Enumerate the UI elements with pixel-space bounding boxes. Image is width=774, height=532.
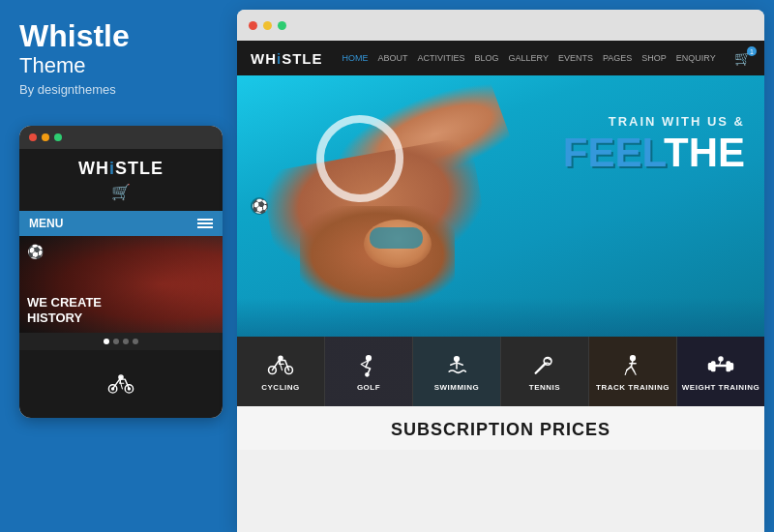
- browser-mockup: WHiSTLE HOME ABOUT ACTIVITIES BLOG GALLE…: [237, 10, 764, 532]
- nav-enquiry[interactable]: ENQUIRY: [676, 53, 716, 63]
- weights-icon: [707, 352, 734, 379]
- nav-shop[interactable]: SHOP: [641, 53, 667, 63]
- svg-point-7: [279, 356, 283, 360]
- cycling-icon: [107, 370, 134, 398]
- mobile-cart-icon: 🛒: [111, 183, 131, 201]
- site-nav: WHiSTLE HOME ABOUT ACTIVITIES BLOG GALLE…: [237, 41, 764, 75]
- soccer-ball-icon: ⚽: [252, 198, 268, 214]
- nav-home[interactable]: HOME: [342, 53, 369, 63]
- cart-badge: 1: [747, 46, 757, 56]
- mobile-cycling-section: [19, 350, 223, 418]
- mobile-preview: WHiSTLE 🛒 MENU ⚽ WE CREATEHISTORY: [19, 126, 223, 418]
- site-hero-indicator[interactable]: ⚽: [251, 197, 268, 215]
- sports-bar: CYCLING GOLF SWIMM: [237, 337, 764, 406]
- hamburger-icon[interactable]: [197, 219, 213, 228]
- nav-activities[interactable]: ACTIVITIES: [418, 53, 465, 63]
- mobile-dot-yellow: [42, 133, 49, 141]
- carousel-dot[interactable]: [133, 339, 138, 344]
- nav-about[interactable]: ABOUT: [378, 53, 408, 63]
- theme-title: Whistle Theme By designthemes: [19, 19, 130, 116]
- sport-golf[interactable]: GOLF: [325, 337, 413, 406]
- weights-label: WEIGHT TRAINING: [682, 383, 759, 392]
- site-logo: WHiSTLE: [251, 50, 323, 67]
- svg-point-9: [366, 372, 369, 375]
- nav-blog[interactable]: BLOG: [475, 53, 499, 63]
- mobile-hero: ⚽ WE CREATEHISTORY: [19, 236, 223, 333]
- sport-cycling[interactable]: CYCLING: [237, 337, 325, 406]
- cycling-icon: [267, 352, 294, 379]
- mobile-top-bar: [19, 126, 223, 149]
- site-hero: ⚽ TRAIN WITH US & FEELTHE: [237, 75, 764, 337]
- mobile-dot-green: [54, 133, 62, 141]
- track-label: TRACK TRAINING: [596, 383, 670, 392]
- mobile-carousel-dots: [19, 333, 223, 350]
- browser-close-dot[interactable]: [249, 21, 257, 30]
- nav-cart[interactable]: 🛒 1: [734, 50, 751, 66]
- nav-gallery[interactable]: GALLERY: [509, 53, 549, 63]
- nav-events[interactable]: EVENTS: [558, 53, 593, 63]
- mobile-header: WHiSTLE 🛒: [19, 149, 223, 211]
- tennis-icon: [531, 352, 558, 379]
- carousel-dot[interactable]: [104, 339, 109, 344]
- browser-minimize-dot[interactable]: [263, 21, 272, 30]
- cycling-label: CYCLING: [261, 383, 300, 392]
- mobile-hero-text: WE CREATEHISTORY: [27, 295, 102, 325]
- golf-label: GOLF: [357, 383, 380, 392]
- sport-weights[interactable]: WEIGHT TRAINING: [677, 337, 764, 406]
- track-icon: [619, 352, 646, 379]
- carousel-dot[interactable]: [123, 339, 129, 344]
- nav-links: HOME ABOUT ACTIVITIES BLOG GALLERY EVENT…: [342, 53, 734, 63]
- sport-tennis[interactable]: TENNIS: [501, 337, 589, 406]
- browser-maximize-dot[interactable]: [278, 21, 286, 30]
- carousel-dot[interactable]: [113, 339, 119, 344]
- site-content: WHiSTLE HOME ABOUT ACTIVITIES BLOG GALLE…: [237, 41, 764, 532]
- subscription-section: SUBSCRIPTION PRICES: [237, 406, 764, 450]
- svg-point-19: [719, 357, 723, 361]
- swimming-label: SWIMMING: [434, 383, 480, 392]
- hero-text-overlay: TRAIN WITH US & FEELTHE: [563, 114, 745, 173]
- svg-point-4: [119, 375, 123, 379]
- browser-chrome: [237, 10, 764, 41]
- left-panel: Whistle Theme By designthemes WHiSTLE 🛒 …: [0, 0, 237, 532]
- sport-track[interactable]: TRACK TRAINING: [589, 337, 677, 406]
- mobile-menu-bar[interactable]: MENU: [19, 211, 223, 236]
- swimming-icon: [443, 352, 470, 379]
- mobile-logo: WHiSTLE: [78, 159, 164, 179]
- nav-pages[interactable]: PAGES: [603, 53, 632, 63]
- svg-line-12: [536, 363, 546, 372]
- tennis-label: TENNIS: [529, 383, 560, 392]
- sport-swimming[interactable]: SWIMMING: [413, 337, 501, 406]
- mobile-soccer-icon: ⚽: [27, 244, 44, 259]
- golf-icon: [355, 352, 382, 379]
- mobile-dot-red: [29, 133, 37, 141]
